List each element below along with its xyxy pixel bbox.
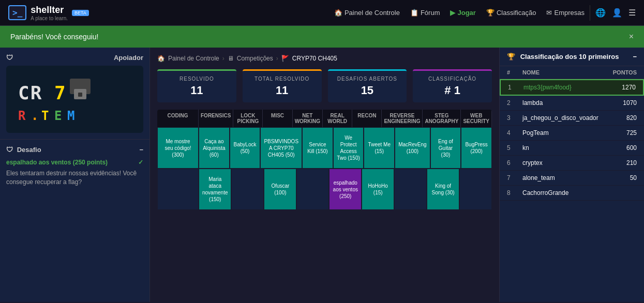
nav-painel[interactable]: 🏠 Painel de Controle (334, 9, 400, 17)
challenge-title: 🛡 Desafio − (6, 146, 143, 154)
col-lockpicking: LOCKPICKING (233, 110, 263, 127)
col-name-header: NOME (522, 69, 601, 75)
leaderboard-row[interactable]: 6 cryptex 210 (500, 156, 644, 171)
grid-header: CODING FORENSICS LOCKPICKING MISC NETWOR… (157, 110, 492, 127)
col-networking: NETWORKING (293, 110, 323, 127)
nav-jogar[interactable]: ▶ Jogar (450, 9, 475, 17)
player-name: PogTeam (522, 129, 601, 137)
stat-desafios-abertos: DESAFIOS ABERTOS 15 (328, 69, 407, 102)
svg-text:T: T (41, 109, 49, 123)
cell-r1-coding[interactable]: Me mostre seu código! (300) (157, 127, 199, 169)
col-forensics: FORENSICS (199, 110, 233, 127)
breadcrumb-competitions[interactable]: Competições (237, 55, 273, 62)
cell-r2-lock (231, 169, 264, 210)
flag-icon: 🚩 (281, 55, 289, 62)
cell-r1-realworld[interactable]: We Protect Access Two (150) (333, 127, 364, 169)
rank-number: 4 (507, 129, 522, 137)
brand-logo-icon: >_ (8, 5, 26, 20)
nav-empresas[interactable]: ✉ Empresas (546, 9, 585, 17)
col-recon: RECON (352, 110, 382, 127)
user-icon[interactable]: 👤 (612, 8, 622, 18)
leaderboard-panel: 🏆 Classificação dos 10 primeiros − # NOM… (499, 48, 644, 302)
leaderboard-row[interactable]: 1 mtps3{pwn4food} 1270 (500, 79, 644, 96)
cell-r1-forensics[interactable]: Caça ao Alquinista (60) (199, 127, 230, 169)
player-points: 1270 (600, 84, 636, 91)
cell-r2-realworld[interactable]: espalhado aos ventos (250) (329, 169, 362, 210)
main-content: 🏠 Painel de Controle › 🖥 Competições › 🚩… (150, 48, 499, 302)
cell-r2-forensics[interactable]: Maria ataca novamente (150) (199, 169, 231, 210)
player-name: lambda (522, 99, 601, 107)
rank-number: 7 (507, 174, 522, 181)
col-steg: STEGANOGRAPHY (423, 110, 461, 127)
stat-resolvido: RESOLVIDO 11 (157, 69, 236, 102)
trophy-icon: 🏆 (507, 53, 515, 60)
leaderboard-collapse-button[interactable]: − (633, 53, 637, 60)
globe-icon[interactable]: 🌐 (595, 8, 606, 18)
cell-r1-reverse[interactable]: MacRevEng (100) (395, 127, 430, 169)
col-rank-header: # (507, 69, 522, 75)
nav-icons: 🌐 👤 ☰ (595, 8, 636, 18)
supporter-section: 🛡 Apoiador CR 7 R . T E (0, 48, 149, 140)
breadcrumb-sep-1: › (222, 55, 224, 62)
stat-classificacao: CLASSIFICAÇÃO # 1 (413, 69, 492, 102)
menu-icon[interactable]: ☰ (628, 8, 636, 18)
cell-r1-steg[interactable]: Eng of Guitar (30) (430, 127, 461, 169)
nav-forum[interactable]: 📋 Fórum (410, 9, 440, 17)
cell-r2-web (459, 169, 492, 210)
nav-links: 🏠 Painel de Controle 📋 Fórum ▶ Jogar 🏆 C… (334, 9, 585, 17)
alert-close-button[interactable]: × (629, 32, 634, 41)
svg-text:7: 7 (54, 82, 66, 103)
cell-r1-web[interactable]: BugPress (200) (461, 127, 492, 169)
cell-r1-lock[interactable]: BabyLock (50) (230, 127, 261, 169)
col-reverse: REVERSEENGINEERING (382, 110, 423, 127)
brand-name: shellter (31, 5, 68, 16)
monitor-icon: 🖥 (228, 55, 234, 62)
nav-divider (590, 5, 590, 21)
stat-total-resolvido: TOTAL RESOLVIDO 11 (243, 69, 322, 102)
alert-message: Parabéns! Você conseguiu! (10, 33, 98, 41)
svg-text:M: M (67, 109, 75, 123)
stats-row: RESOLVIDO 11 TOTAL RESOLVIDO 11 DESAFIOS… (157, 69, 492, 102)
cell-r2-recon[interactable]: HoHoHo (15) (362, 169, 394, 210)
cell-r2-steg[interactable]: King of Song (30) (427, 169, 459, 210)
breadcrumb-current: CRYP70 CH405 (292, 55, 337, 62)
leaderboard-row[interactable]: 3 ja_chegou_o_disco_voador 820 (500, 111, 644, 126)
nav-classificacao[interactable]: 🏆 Classificação (486, 9, 536, 17)
leaderboard-row[interactable]: 5 kn 600 (500, 141, 644, 156)
rank-number: 1 (508, 84, 523, 91)
challenge-collapse-button[interactable]: − (139, 146, 143, 154)
cell-r1-recon[interactable]: Tweet Me (15) (364, 127, 395, 169)
check-icon: ✓ (138, 159, 143, 166)
rank-number: 3 (507, 114, 522, 122)
cell-r2-reverse (394, 169, 427, 210)
leaderboard-row[interactable]: 8 CachorroGrande (500, 186, 644, 201)
leaderboard-row[interactable]: 2 lambda 1070 (500, 96, 644, 111)
main-layout: 🛡 Apoiador CR 7 R . T E (0, 48, 644, 302)
svg-text:.: . (31, 109, 39, 123)
leaderboard-header: 🏆 Classificação dos 10 primeiros − (500, 48, 644, 66)
col-misc: MISC (263, 110, 292, 127)
player-points: 725 (601, 129, 637, 137)
cell-r2-misc[interactable]: Ofuscar (100) (264, 169, 296, 210)
player-points: 600 (601, 144, 637, 152)
grid-row-2: Maria ataca novamente (150) Ofuscar (100… (157, 169, 492, 210)
rank-icon: 🏆 (486, 9, 495, 17)
brand-tagline: A place to learn. (31, 16, 68, 21)
player-name: cryptex (522, 159, 601, 166)
supporter-title: 🛡 Apoiador (6, 54, 143, 62)
svg-text:CR: CR (18, 82, 42, 103)
supporter-logo: CR 7 R . T E M (6, 66, 143, 133)
col-web: WEBSECURITY (461, 110, 492, 127)
cell-r1-misc[interactable]: PBSMVINDOS A CRYP70 CH405 (50) (260, 127, 302, 169)
challenge-name: espalhado aos ventos (250 points) ✓ (6, 159, 143, 166)
cell-r2-network (296, 169, 329, 210)
cell-r1-network[interactable]: Service Kill (150) (302, 127, 333, 169)
breadcrumb: 🏠 Painel de Controle › 🖥 Competições › 🚩… (157, 55, 492, 62)
challenge-grid: CODING FORENSICS LOCKPICKING MISC NETWOR… (157, 110, 492, 210)
breadcrumb-home[interactable]: Painel de Controle (168, 55, 219, 62)
leaderboard-row[interactable]: 4 PogTeam 725 (500, 126, 644, 141)
leaderboard-row[interactable]: 7 alone_team 50 (500, 171, 644, 186)
home-icon: 🏠 (334, 9, 342, 17)
leaderboard-rows: 1 mtps3{pwn4food} 1270 2 lambda 1070 3 j… (500, 79, 644, 201)
beta-badge: beta (72, 10, 89, 16)
